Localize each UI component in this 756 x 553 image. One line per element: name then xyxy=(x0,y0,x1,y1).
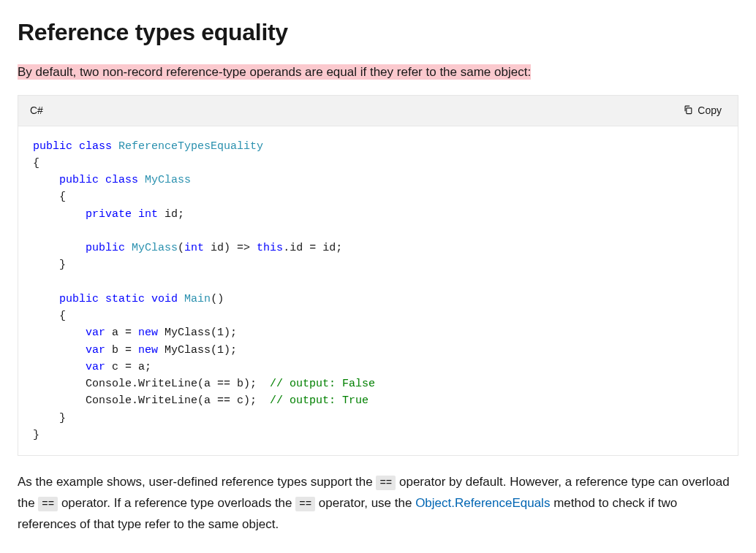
paragraph-text: As the example shows, user-defined refer… xyxy=(18,475,376,489)
paragraph-text: operator, use the xyxy=(315,496,415,510)
code-content: public class ReferenceTypesEquality { pu… xyxy=(18,126,738,456)
section-heading: Reference types equality xyxy=(18,15,738,50)
operator-code: == xyxy=(295,497,315,511)
copy-icon xyxy=(683,104,693,117)
code-block: C# Copy public class ReferenceTypesEqual… xyxy=(18,95,738,457)
code-language-label: C# xyxy=(30,103,43,118)
explanation-paragraph: As the example shows, user-defined refer… xyxy=(18,472,738,535)
copy-button[interactable]: Copy xyxy=(678,102,726,120)
svg-rect-0 xyxy=(687,107,692,113)
code-header: C# Copy xyxy=(18,96,738,126)
operator-code: == xyxy=(376,476,396,490)
paragraph-text: operator. If a reference type overloads … xyxy=(58,496,295,510)
reference-equals-link[interactable]: Object.ReferenceEquals xyxy=(415,496,550,510)
intro-text: By default, two non-record reference-typ… xyxy=(18,64,531,80)
operator-code: == xyxy=(38,497,58,511)
copy-button-label: Copy xyxy=(698,104,722,116)
